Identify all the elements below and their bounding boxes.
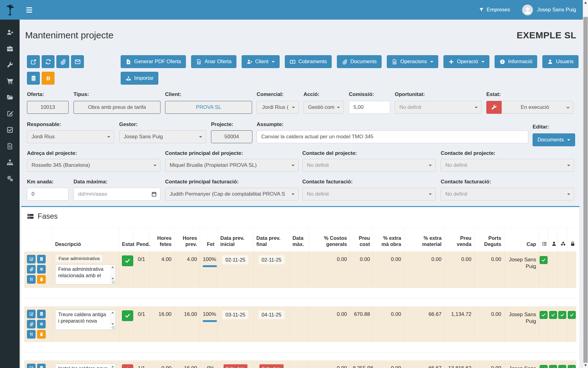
sidebar-item-cart[interactable] <box>0 73 20 89</box>
cobraments-button[interactable]: Cobraments <box>285 55 332 68</box>
contacte-principal-del-projecte-control[interactable]: Miquel Brualla (Propietari PROVA SL) <box>165 159 299 172</box>
assumpte-control[interactable]: Canviar la caldera actual per un model T… <box>257 130 528 143</box>
column-header-extra-material: % extra material <box>404 228 444 251</box>
anar-oferta-button[interactable]: Anar Oferta <box>191 55 236 68</box>
share-button[interactable] <box>27 55 40 68</box>
oportunitat-control[interactable]: No definit <box>395 101 482 114</box>
comissió-control[interactable]: 5,00 <box>349 101 390 114</box>
documents-dropdown-button[interactable]: Documents <box>533 133 575 146</box>
acció-control[interactable]: Gestió com <box>303 101 344 114</box>
estat-select[interactable]: En execució <box>502 101 573 114</box>
adreça-del-projecte-control[interactable]: Rossello 345 (Barcelona) <box>27 159 160 172</box>
layers-icon <box>27 213 34 220</box>
fase-description-textarea[interactable]: Treure caldera antiga i preparació nova <box>55 310 116 330</box>
data-màxima-control[interactable]: dd/mm/aaaa <box>74 188 160 201</box>
sidebar-item-document[interactable] <box>0 138 20 154</box>
fase-database-button[interactable] <box>37 364 46 368</box>
estat-done-button[interactable] <box>122 310 133 321</box>
fase-database-button[interactable] <box>37 255 46 263</box>
sidebar-item-check-square[interactable] <box>0 122 20 138</box>
flag-check-button[interactable] <box>549 365 557 368</box>
fase-preu-cost-cell: 8,255.98 <box>350 360 373 368</box>
scroll-up-arrow-icon <box>111 366 114 367</box>
fase-gear-button[interactable] <box>37 320 46 328</box>
contacte-facturació-control[interactable]: No definit <box>441 188 574 201</box>
companies-filter-button[interactable]: Empreses <box>479 7 510 13</box>
sidebar-item-wrench[interactable] <box>0 57 20 73</box>
km-anada-control[interactable]: 0 <box>27 188 69 201</box>
flag-check-button[interactable] <box>558 365 566 368</box>
wrench-icon <box>6 61 13 68</box>
contacte-del-projecte-control[interactable]: No definit <box>302 159 436 172</box>
resize-grip[interactable] <box>112 326 115 329</box>
responsable-control[interactable]: Jordi Rius <box>27 130 114 143</box>
textarea-scrollbar[interactable] <box>110 364 115 368</box>
client-button[interactable]: Client <box>242 55 280 68</box>
pause-button[interactable] <box>42 72 55 85</box>
row-separator <box>24 342 576 352</box>
documents-button[interactable]: Documents <box>337 55 382 68</box>
flag-check-button[interactable] <box>558 311 566 319</box>
gestor-control[interactable]: Josep Sans Puig <box>119 130 206 143</box>
fase-sort-button[interactable] <box>27 330 36 339</box>
informació-button[interactable]: Informació <box>495 55 537 68</box>
fase-trash-button[interactable] <box>37 330 46 339</box>
flag-check-button[interactable] <box>568 365 576 368</box>
refresh-button[interactable] <box>42 55 55 68</box>
fase-trash-button[interactable] <box>37 275 46 284</box>
resize-grip[interactable] <box>112 281 115 284</box>
operacions-button[interactable]: Operacions <box>387 55 438 68</box>
flag-check-button[interactable] <box>540 256 548 264</box>
flag-check-button[interactable] <box>568 311 576 319</box>
sidebar-item-gears[interactable] <box>0 171 20 187</box>
fase-description-textarea[interactable]: Feina administrativa relacionada amb el <box>55 264 116 285</box>
contacte-facturació-control[interactable]: No definit <box>302 188 436 201</box>
fase-edit-button[interactable] <box>27 364 36 368</box>
column-header-list <box>539 228 548 251</box>
flag-check-button[interactable] <box>540 311 548 319</box>
flag-check-button[interactable] <box>549 311 557 319</box>
fase-sort-button[interactable] <box>27 275 36 284</box>
sidebar-item-user-plus[interactable] <box>0 24 20 40</box>
vertical-scrollbar[interactable] <box>583 0 588 368</box>
operacions-button-label: Operacions <box>400 59 427 65</box>
database-button[interactable] <box>27 72 40 85</box>
companies-filter-label: Empreses <box>487 7 510 13</box>
sitemap-icon <box>6 159 13 166</box>
fase-edit-button[interactable] <box>27 310 36 318</box>
importar-button[interactable]: Importar <box>121 72 158 85</box>
fase-description-textarea[interactable]: Instal.lar caldera nova <box>55 364 116 368</box>
generar-pdf-oferta-button[interactable]: Generar PDF Oferta <box>121 55 186 68</box>
flag-check-button[interactable] <box>540 365 548 368</box>
usuaris-button[interactable]: Usuaris <box>542 55 579 68</box>
menu-toggle-button[interactable] <box>26 4 39 16</box>
scroll-down-arrow-icon <box>111 323 114 325</box>
estat-wrench-button[interactable] <box>486 101 502 114</box>
contacte-del-projecte-control[interactable]: No definit <box>441 159 574 172</box>
scroll-down-button[interactable] <box>583 363 588 368</box>
scroll-up-button[interactable] <box>583 0 588 5</box>
fase-database-button[interactable] <box>37 310 46 318</box>
estat-warning-button[interactable] <box>122 364 133 368</box>
fase-edit-button[interactable] <box>27 255 36 263</box>
fase-attachment-button[interactable] <box>27 265 36 274</box>
fase-attachment-button[interactable] <box>27 320 36 328</box>
fase-data-max-cell <box>289 360 309 368</box>
contacte-principal-facturació-control[interactable]: Judith Permanyer (Cap de comptabilitat P… <box>165 188 299 201</box>
comercial-control[interactable]: Jordi Rius ( <box>257 101 299 114</box>
estat-done-button[interactable] <box>122 255 133 266</box>
operació-button[interactable]: Operació <box>443 55 489 68</box>
attachment-button[interactable] <box>56 55 69 68</box>
sidebar-item-folder-open[interactable] <box>0 89 20 105</box>
client-control[interactable]: PROVA SL <box>165 101 252 114</box>
sidebar-item-sitemap[interactable] <box>0 154 20 171</box>
filter-icon <box>479 7 484 12</box>
email-button[interactable] <box>71 55 84 68</box>
sidebar-item-edit[interactable] <box>0 105 20 122</box>
scrollbar-thumb[interactable] <box>583 17 588 363</box>
fase-gear-button[interactable] <box>37 265 46 274</box>
sidebar-item-briefcase[interactable] <box>0 40 20 57</box>
app-logo[interactable] <box>0 0 20 20</box>
caret-down-icon <box>567 194 570 195</box>
user-menu[interactable]: Josep Sans Puig <box>522 5 576 15</box>
